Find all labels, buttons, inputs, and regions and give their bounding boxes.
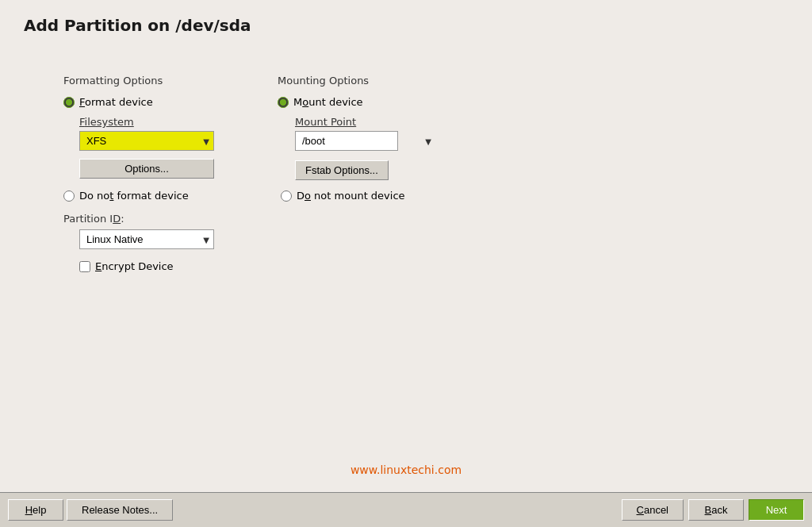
fstab-options-button[interactable]: Fstab Options... <box>295 160 389 180</box>
mount-point-label: Mount Point <box>295 116 436 128</box>
mount-point-select-wrapper: /boot / /home /var /tmp swap ▼ <box>295 131 436 151</box>
filesystem-select-wrapper: XFS ext4 ext3 ext2 btrfs vfat swap ▼ <box>79 131 214 151</box>
watermark: www.linuxtechi.com <box>24 448 788 484</box>
encrypt-device-group[interactable]: Encrypt Device <box>79 260 214 272</box>
form-area: Formatting Options Format device Filesys… <box>24 75 788 282</box>
do-not-format-radio[interactable] <box>63 190 75 202</box>
mount-device-label: Mount device <box>293 96 363 108</box>
formatting-section-title: Formatting Options <box>63 75 214 87</box>
do-not-mount-radio[interactable] <box>281 190 292 202</box>
cancel-label: Cancel <box>637 504 668 516</box>
mount-point-select[interactable]: /boot / /home /var /tmp swap <box>295 131 398 151</box>
footer-right-buttons: Cancel Back Next <box>622 499 804 521</box>
cancel-button[interactable]: Cancel <box>622 499 684 521</box>
footer: Help Release Notes... Cancel Back Next <box>0 492 812 527</box>
do-not-format-label: Do not format device <box>79 190 189 202</box>
filesystem-label: Filesystem <box>79 116 214 128</box>
back-button[interactable]: Back <box>688 499 744 521</box>
do-not-format-radio-group[interactable]: Do not format device <box>63 190 214 202</box>
format-device-radio-group[interactable]: Format device <box>63 96 214 108</box>
mount-point-dropdown-arrow: ▼ <box>425 137 431 145</box>
partition-id-label: Partition ID: <box>63 213 214 225</box>
help-button[interactable]: Help <box>8 499 63 521</box>
partition-id-select[interactable]: Linux Native Linux Swap Linux LVM Window… <box>79 229 214 249</box>
footer-left-buttons: Help Release Notes... <box>8 499 173 521</box>
partition-id-select-wrapper: Linux Native Linux Swap Linux LVM Window… <box>79 229 214 249</box>
encrypt-device-label: Encrypt Device <box>95 260 174 272</box>
format-device-radio[interactable] <box>63 97 75 108</box>
format-device-label: Format device <box>79 96 153 108</box>
formatting-section: Formatting Options Format device Filesys… <box>63 75 214 282</box>
do-not-mount-radio-group[interactable]: Do not mount device <box>281 190 436 202</box>
encrypt-device-checkbox[interactable] <box>79 261 90 272</box>
filesystem-select[interactable]: XFS ext4 ext3 ext2 btrfs vfat swap <box>79 131 214 151</box>
main-content: Add Partition on /dev/sda Formatting Opt… <box>0 0 812 492</box>
do-not-mount-label: Do not mount device <box>297 190 405 202</box>
format-device-text: Format device <box>79 96 153 108</box>
help-button-label: Help <box>25 504 47 516</box>
mount-device-radio[interactable] <box>278 97 289 108</box>
release-notes-button[interactable]: Release Notes... <box>67 499 173 521</box>
back-label: Back <box>705 504 728 516</box>
mount-device-radio-group[interactable]: Mount device <box>278 96 436 108</box>
mounting-section: Mounting Options Mount device Mount Poin… <box>278 75 436 282</box>
page-title: Add Partition on /dev/sda <box>24 16 788 35</box>
mounting-section-title: Mounting Options <box>278 75 436 87</box>
options-button[interactable]: Options... <box>79 159 214 179</box>
next-button[interactable]: Next <box>749 499 804 521</box>
